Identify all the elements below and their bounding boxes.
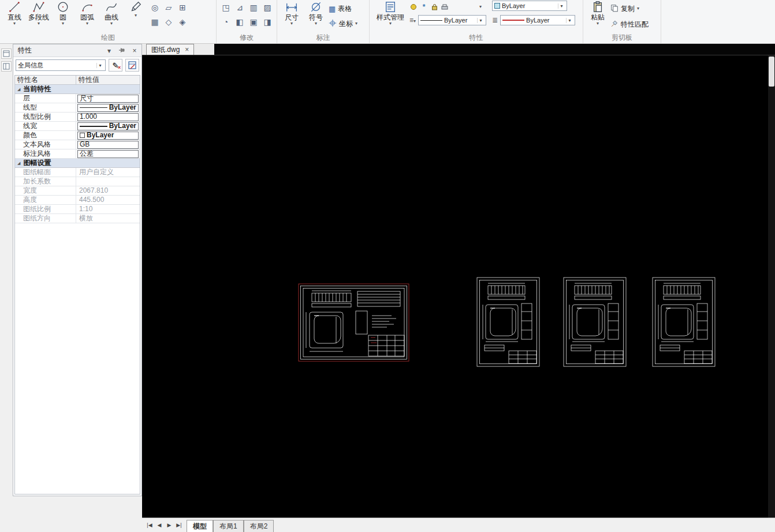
cad-drawing-selected[interactable] (298, 283, 409, 362)
property-row[interactable]: 线宽ByLayer (15, 122, 140, 131)
linetype-combobox[interactable]: ByLayer ▾ (418, 15, 486, 25)
chevron-down-icon: ▾ (479, 5, 482, 9)
property-value[interactable]: GB (76, 140, 140, 149)
dock-panel-button-2[interactable] (1, 61, 12, 72)
polyline-tool-button[interactable]: 多段线 ▾ (27, 0, 50, 26)
rotate-tool-icon[interactable]: ◔ (219, 16, 232, 28)
property-row[interactable]: 图纸比例1:10 (15, 205, 140, 214)
color-combobox[interactable]: ByLayer ▾ (492, 1, 567, 11)
property-value[interactable]: ByLayer (76, 103, 140, 112)
pin-icon[interactable] (117, 47, 126, 55)
next-sheet-icon[interactable]: ▶ (165, 522, 174, 528)
scrollbar-thumb[interactable] (769, 57, 774, 87)
property-value-field[interactable]: ByLayer (77, 104, 139, 112)
lineweight-menu-icon[interactable]: ≣ (492, 16, 498, 24)
drawing-canvas[interactable] (142, 55, 775, 518)
prev-sheet-icon[interactable]: ◀ (155, 522, 164, 528)
property-row[interactable]: 宽度2067.810 (15, 186, 140, 196)
property-value[interactable]: 尺寸 (76, 94, 140, 103)
region-tool-icon[interactable]: ◈ (176, 16, 189, 28)
cad-drawing-2[interactable] (476, 277, 540, 367)
cad-drawing-3[interactable] (563, 277, 627, 367)
ribbon-spacer (661, 0, 775, 43)
sketch-tool-button[interactable]: ▾ (124, 0, 147, 18)
erase-tool-icon[interactable]: ▣ (247, 16, 260, 28)
line-tool-label: 直线 (8, 13, 21, 21)
property-row[interactable]: 线型ByLayer (15, 103, 140, 113)
property-value[interactable]: 1.000 (76, 113, 140, 121)
property-row[interactable]: 加长系数 (15, 177, 140, 186)
close-icon[interactable]: × (130, 47, 139, 55)
lineweight-combobox[interactable]: ByLayer ▾ (500, 15, 575, 25)
property-name: 线型 (15, 103, 76, 112)
close-icon[interactable]: × (185, 46, 189, 53)
linetype-menu-icon[interactable]: ≡▾ (409, 16, 416, 24)
rectangle-tool-icon[interactable]: ▱ (162, 1, 175, 14)
tab-layout1[interactable]: 布局1 (213, 520, 244, 532)
arc-tool-label: 圆弧 (80, 13, 94, 21)
property-value-text: ByLayer (87, 132, 114, 140)
first-sheet-icon[interactable]: |◀ (145, 522, 154, 528)
property-value[interactable]: 公差 (76, 149, 140, 158)
property-value[interactable]: ByLayer (76, 122, 140, 130)
property-row[interactable]: 层尺寸 (15, 94, 140, 103)
polygon-tool-icon[interactable]: ◇ (162, 16, 175, 28)
property-value-field[interactable]: ByLayer (77, 122, 139, 130)
paste-button[interactable]: 粘贴 ▾ (586, 0, 609, 26)
point-tool-icon[interactable]: ◎ (148, 1, 161, 14)
property-value-field[interactable]: 公差 (77, 150, 139, 158)
coordinate-tool-button[interactable]: 坐标 ▾ (329, 17, 357, 30)
palette-title-bar[interactable]: 特性 ▾ × (13, 44, 141, 57)
sheet-setup-button[interactable] (125, 59, 139, 72)
dimension-tool-button[interactable]: 尺寸 ▾ (280, 0, 303, 26)
vertical-scrollbar[interactable] (768, 55, 775, 518)
property-row[interactable]: 标注风格公差 (15, 149, 140, 159)
layer-control[interactable]: * ▾ (409, 1, 482, 13)
cad-drawing-4[interactable] (652, 277, 716, 367)
dock-panel-button-1[interactable] (1, 48, 12, 59)
document-tab-label: 图纸.dwg (151, 45, 180, 55)
property-row[interactable]: 文本风格GB (15, 140, 140, 149)
property-row[interactable]: 图纸方向横放 (15, 214, 140, 223)
array-tool-icon[interactable]: ▨ (261, 1, 274, 14)
property-row[interactable]: 颜色ByLayer (15, 131, 140, 140)
arc-tool-button[interactable]: 圆弧 ▾ (76, 0, 99, 26)
document-area: 图纸.dwg × (142, 44, 775, 532)
edit-properties-button[interactable]: ✎ × (109, 59, 122, 72)
chevron-down-icon: ▾ (110, 21, 113, 26)
chevron-down-icon[interactable]: ▾ (105, 47, 114, 55)
spline-tool-button[interactable]: 曲线 ▾ (100, 0, 123, 26)
property-name: 加长系数 (15, 177, 76, 186)
document-tab[interactable]: 图纸.dwg × (146, 44, 194, 55)
offset-tool-icon[interactable]: ▥ (247, 1, 260, 14)
palette-title: 特性 (18, 46, 101, 55)
property-value[interactable]: ByLayer (76, 131, 140, 140)
scope-combobox[interactable]: 全局信息 ▾ (16, 59, 106, 71)
property-value-field[interactable]: GB (77, 141, 139, 149)
move-tool-icon[interactable]: ◳ (219, 1, 232, 14)
property-row[interactable]: 线型比例1.000 (15, 113, 140, 122)
trim-tool-icon[interactable]: ⊿ (233, 1, 246, 14)
tab-layout2[interactable]: 布局2 (244, 520, 274, 532)
property-value-field[interactable]: 尺寸 (77, 95, 139, 103)
block-tool-icon[interactable]: ⊞ (176, 1, 189, 14)
property-row[interactable]: 高度445.500 (15, 196, 140, 205)
tab-model[interactable]: 模型 (187, 520, 213, 532)
property-value: 445.500 (76, 196, 140, 204)
circle-tool-button[interactable]: 圆 ▾ (51, 0, 74, 26)
property-group-header[interactable]: ◢图幅设置 (15, 159, 140, 168)
symbol-tool-button[interactable]: 符号 ▾ (304, 0, 327, 26)
copy-button[interactable]: 复制 ▾ (610, 2, 649, 15)
line-tool-button[interactable]: 直线 ▾ (3, 0, 26, 26)
mirror-tool-icon[interactable]: ◧ (233, 16, 246, 28)
style-manager-button[interactable]: 样式管理 ▾ (372, 0, 408, 26)
scale-tool-icon[interactable]: ◨ (261, 16, 274, 28)
table-tool-button[interactable]: ▦ 表格 (329, 2, 357, 15)
property-group-header[interactable]: ◢当前特性 (15, 85, 140, 94)
property-value-field[interactable]: ByLayer (77, 132, 139, 140)
property-row[interactable]: 图纸幅面用户自定义 (15, 168, 140, 177)
hatch-tool-icon[interactable]: ▦ (148, 16, 161, 28)
last-sheet-icon[interactable]: ▶| (174, 522, 184, 528)
match-properties-button[interactable]: 特性匹配 (610, 18, 649, 31)
property-value-field[interactable]: 1.000 (77, 113, 139, 121)
